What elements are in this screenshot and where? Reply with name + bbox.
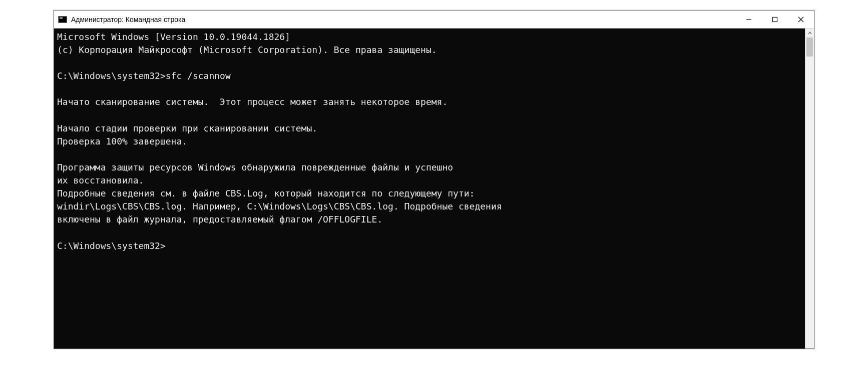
terminal-line: включены в файл журнала, предоставляемый… <box>57 213 802 226</box>
cmd-icon <box>58 16 67 23</box>
terminal-line: их восстановила. <box>57 174 802 187</box>
terminal-line: Программа защиты ресурсов Windows обнару… <box>57 161 802 174</box>
vertical-scrollbar[interactable] <box>805 28 814 348</box>
close-icon <box>798 16 804 22</box>
maximize-icon <box>772 16 778 22</box>
terminal-line: (c) Корпорация Майкрософт (Microsoft Cor… <box>57 44 802 56</box>
terminal-line: Подробные сведения см. в файле CBS.Log, … <box>57 187 802 200</box>
terminal-line: Microsoft Windows [Version 10.0.19044.18… <box>57 30 802 44</box>
terminal-line <box>57 82 802 96</box>
terminal-line: Проверка 100% завершена. <box>57 135 802 148</box>
window-controls <box>736 10 814 28</box>
chevron-up-icon <box>808 31 812 35</box>
terminal-output[interactable]: Microsoft Windows [Version 10.0.19044.18… <box>54 28 805 348</box>
close-button[interactable] <box>788 10 814 28</box>
client-area: Microsoft Windows [Version 10.0.19044.18… <box>54 28 814 348</box>
maximize-button[interactable] <box>762 10 788 28</box>
scroll-thumb[interactable] <box>806 38 813 56</box>
minimize-button[interactable] <box>736 10 762 28</box>
terminal-line <box>57 56 802 70</box>
terminal-line <box>57 148 802 161</box>
terminal-line: windir\Logs\CBS\CBS.log. Например, C:\Wi… <box>57 200 802 213</box>
terminal-line: C:\Windows\system32> <box>57 240 802 252</box>
terminal-line <box>57 109 802 122</box>
cmd-window: Администратор: Командная строка Microsof… <box>54 10 814 349</box>
terminal-line: Начато сканирование системы. Этот процес… <box>57 96 802 108</box>
terminal-line <box>57 226 802 239</box>
svg-rect-1 <box>773 17 777 22</box>
titlebar[interactable]: Администратор: Командная строка <box>54 10 814 28</box>
window-title: Администратор: Командная строка <box>71 16 185 24</box>
terminal-line: Начало стадии проверки при сканировании … <box>57 122 802 135</box>
scroll-up-arrow[interactable] <box>805 28 814 38</box>
minimize-icon <box>746 16 752 22</box>
terminal-line: C:\Windows\system32>sfc /scannow <box>57 70 802 82</box>
